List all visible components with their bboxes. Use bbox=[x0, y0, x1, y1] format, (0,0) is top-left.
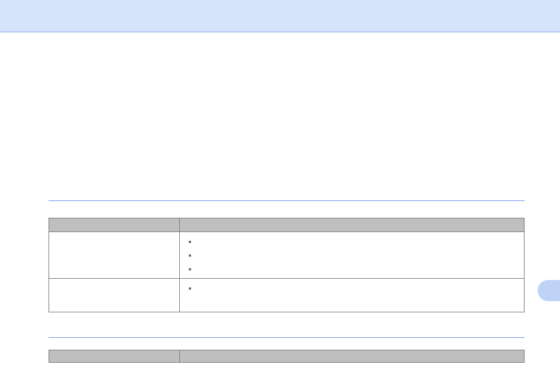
document-content bbox=[49, 32, 525, 363]
row-label bbox=[49, 232, 180, 279]
spec-table-1 bbox=[49, 218, 525, 312]
table-header-col1 bbox=[49, 350, 180, 363]
row-label bbox=[49, 279, 180, 312]
row-value bbox=[180, 279, 525, 312]
spec-table-2 bbox=[49, 350, 525, 363]
top-band bbox=[0, 0, 560, 32]
bullet-item bbox=[189, 235, 519, 248]
bullet-item bbox=[189, 248, 519, 262]
table-header-col2 bbox=[180, 218, 525, 232]
row-value bbox=[180, 232, 525, 279]
section-divider bbox=[49, 200, 525, 202]
section-divider bbox=[49, 337, 525, 338]
bullet-item bbox=[189, 281, 519, 295]
bullet-item bbox=[189, 262, 519, 276]
table-header-col1 bbox=[49, 218, 180, 232]
table-header-col2 bbox=[180, 350, 525, 363]
table-row bbox=[49, 232, 525, 279]
side-tab[interactable] bbox=[538, 280, 560, 301]
table-row bbox=[49, 279, 525, 312]
